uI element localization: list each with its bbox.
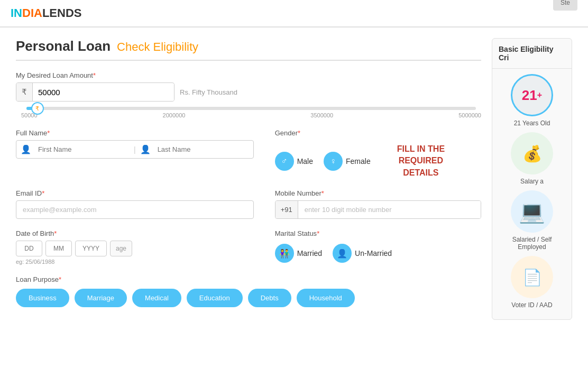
married-label: Married bbox=[297, 249, 322, 257]
name-divider: | bbox=[134, 145, 136, 154]
fill-notice-text: FILL IN THE REQUIRED DETAILS bbox=[397, 143, 445, 179]
dob-day-input[interactable] bbox=[16, 241, 42, 256]
purpose-medical[interactable]: Medical bbox=[132, 289, 181, 307]
age-plus: + bbox=[537, 90, 542, 100]
fill-line3: DETAILS bbox=[397, 167, 445, 179]
logo: INDIALENDS bbox=[11, 6, 81, 20]
loan-amount-input[interactable] bbox=[33, 84, 174, 101]
voter-label: Voter ID / AAD bbox=[511, 301, 552, 309]
gender-label: Gender* bbox=[275, 129, 481, 137]
dob-month-input[interactable] bbox=[45, 241, 72, 256]
slider-track: ₹ bbox=[26, 107, 476, 110]
slider-thumb[interactable]: ₹ bbox=[31, 102, 44, 115]
person-icon-right: 👤 bbox=[140, 144, 151, 154]
salary-label: Salary a bbox=[520, 178, 544, 185]
marital-label: Marital Status* bbox=[275, 229, 481, 237]
fill-line2: REQUIRED bbox=[397, 155, 445, 167]
unmarried-label: Un-Married bbox=[355, 249, 392, 257]
married-icon-circle: 👫 bbox=[275, 244, 294, 263]
gender-female-btn[interactable]: ♀ Female bbox=[324, 143, 371, 179]
male-icon-circle: ♂ bbox=[275, 152, 294, 171]
fill-line1: FILL IN THE bbox=[397, 143, 445, 155]
salaried-icon: 💻 bbox=[519, 199, 545, 224]
salary-circle: 💰 bbox=[511, 132, 553, 174]
dob-year-input[interactable] bbox=[75, 241, 107, 256]
email-label: Email ID* bbox=[16, 189, 254, 197]
dob-field: Date of Birth* age eg: 25/06/1988 bbox=[16, 229, 254, 265]
page-subtitle: Check Eligibility bbox=[117, 40, 198, 53]
sidebar-salaried-card: 💻 Salaried / Self Employed bbox=[498, 190, 566, 251]
slider-label-4: 5000000 bbox=[458, 112, 481, 118]
female-icon-circle: ♀ bbox=[324, 152, 343, 171]
age-label: 21 Years Old bbox=[514, 119, 550, 127]
age-circle: 21 + bbox=[511, 74, 553, 116]
page-title-row: Personal Loan Check Eligibility bbox=[16, 38, 481, 54]
voter-icon: 📄 bbox=[522, 268, 542, 287]
sidebar-voter-card: 📄 Voter ID / AAD bbox=[498, 256, 566, 309]
purpose-education[interactable]: Education bbox=[187, 289, 243, 307]
logo-lends: LENDS bbox=[42, 6, 82, 20]
sidebar: Basic Eligibility Cri 21 + 21 Years Old … bbox=[492, 38, 572, 320]
loan-purpose-label: Loan Purpose* bbox=[16, 275, 481, 283]
salaried-circle: 💻 bbox=[511, 190, 553, 233]
logo-dia: DIA bbox=[22, 6, 42, 20]
gender-field: Gender* ♂ Male ♀ Female FILL IN THE RE bbox=[275, 129, 481, 179]
slider-label-3: 3500000 bbox=[310, 112, 333, 118]
gender-female-label: Female bbox=[346, 157, 371, 165]
dob-hint: eg: 25/06/1988 bbox=[16, 259, 254, 265]
loan-purpose-section: Loan Purpose* Business Marriage Medical … bbox=[16, 275, 481, 307]
fill-notice: FILL IN THE REQUIRED DETAILS bbox=[397, 143, 445, 179]
rupee-symbol: ₹ bbox=[16, 83, 33, 101]
mobile-prefix: +91 bbox=[275, 201, 298, 218]
marital-married-btn[interactable]: 👫 Married bbox=[275, 244, 322, 263]
purpose-business[interactable]: Business bbox=[16, 289, 69, 307]
slider-labels: 50000 2000000 3500000 5000000 bbox=[21, 112, 481, 118]
loan-amount-row: ₹ Rs. Fifty Thousand bbox=[16, 82, 481, 102]
email-input[interactable] bbox=[16, 200, 254, 219]
dob-label: Date of Birth* bbox=[16, 229, 254, 237]
marital-status-field: Marital Status* 👫 Married 👤 Un-Married bbox=[275, 229, 481, 265]
form-section: Personal Loan Check Eligibility My Desir… bbox=[16, 38, 481, 320]
rupee-box: ₹ bbox=[16, 82, 174, 102]
slider-label-2: 2000000 bbox=[163, 112, 186, 118]
sidebar-cards: 21 + 21 Years Old 💰 Salary a 💻 Salaried … bbox=[492, 69, 572, 314]
logo-in: IN bbox=[11, 6, 22, 20]
purpose-marriage[interactable]: Marriage bbox=[75, 289, 127, 307]
loan-amount-label: My Desired Loan Amount* bbox=[16, 71, 481, 79]
form-grid: Full Name* 👤 | 👤 Gender* ♂ bbox=[16, 129, 481, 265]
main-container: Personal Loan Check Eligibility My Desir… bbox=[0, 27, 588, 330]
salaried-label: Salaried / Self Employed bbox=[498, 236, 566, 251]
age-box: age bbox=[110, 241, 132, 256]
unmarried-icon-circle: 👤 bbox=[333, 244, 352, 263]
loan-purpose-buttons: Business Marriage Medical Education Debt… bbox=[16, 289, 481, 307]
amount-text: Rs. Fifty Thousand bbox=[180, 88, 237, 96]
purpose-debts[interactable]: Debts bbox=[248, 289, 291, 307]
person-icon-left: 👤 bbox=[21, 144, 31, 154]
gender-male-label: Male bbox=[297, 157, 313, 165]
sidebar-age-card: 21 + 21 Years Old bbox=[498, 74, 566, 127]
required-star: * bbox=[93, 71, 96, 79]
gender-male-btn[interactable]: ♂ Male bbox=[275, 143, 313, 179]
marital-unmarried-btn[interactable]: 👤 Un-Married bbox=[333, 244, 392, 263]
last-name-input[interactable] bbox=[155, 143, 249, 156]
mobile-row: +91 bbox=[275, 200, 481, 219]
mobile-input[interactable] bbox=[298, 201, 481, 218]
full-name-label: Full Name* bbox=[16, 129, 254, 137]
email-field: Email ID* bbox=[16, 189, 254, 219]
full-name-field: Full Name* 👤 | 👤 bbox=[16, 129, 254, 179]
step-button[interactable]: Ste bbox=[553, 0, 577, 11]
mobile-field: Mobile Number* +91 bbox=[275, 189, 481, 219]
slider-container: ₹ 50000 2000000 3500000 5000000 bbox=[16, 107, 481, 118]
title-divider bbox=[16, 60, 481, 61]
wallet-icon: 💰 bbox=[522, 144, 542, 163]
header: INDIALENDS Ste bbox=[0, 0, 588, 27]
purpose-household[interactable]: Household bbox=[297, 289, 355, 307]
mobile-label: Mobile Number* bbox=[275, 189, 481, 197]
name-row: 👤 | 👤 bbox=[16, 140, 254, 159]
gender-options: ♂ Male ♀ Female FILL IN THE REQUIRED DET… bbox=[275, 143, 481, 179]
age-number: 21 bbox=[522, 87, 537, 104]
sidebar-title: Basic Eligibility Cri bbox=[492, 39, 572, 69]
first-name-input[interactable] bbox=[35, 143, 130, 156]
dob-input-row: age bbox=[16, 241, 254, 256]
sidebar-salary-card: 💰 Salary a bbox=[498, 132, 566, 185]
